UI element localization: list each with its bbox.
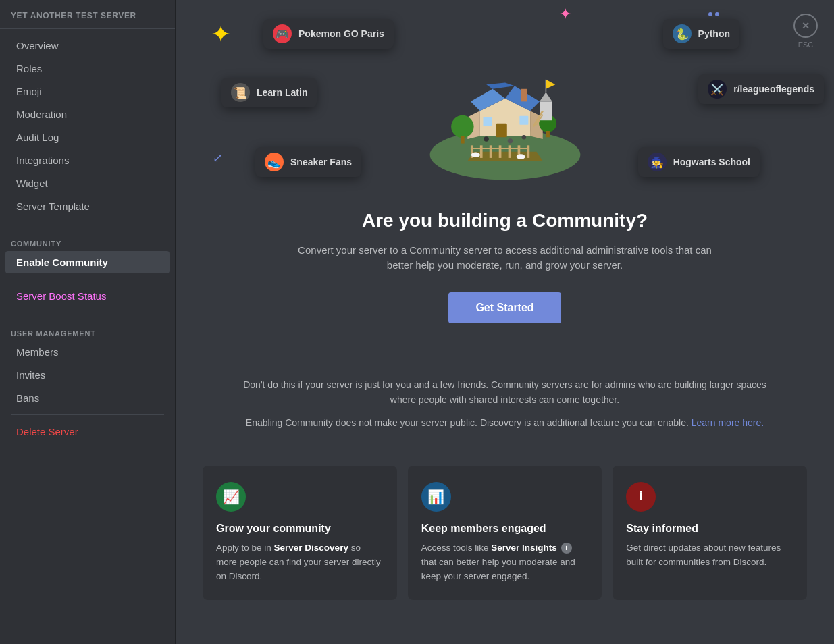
sidebar-item-invites[interactable]: Invites xyxy=(5,364,170,386)
feature-card-grow: 📈 Grow your community Apply to be in Ser… xyxy=(203,466,397,600)
server-bubble-python: 🐍 Python xyxy=(663,19,739,49)
sneaker-label: Sneaker Fans xyxy=(290,157,352,167)
info-section: Don't do this if your server is just for… xyxy=(176,350,834,452)
svg-rect-17 xyxy=(483,117,492,126)
sidebar-item-emoji[interactable]: Emoji xyxy=(5,80,170,103)
server-bubble-hogwarts: 🧙 Hogwarts School xyxy=(638,147,760,177)
feature-card-engage: 📊 Keep members engaged Access tools like… xyxy=(408,466,602,600)
svg-marker-33 xyxy=(546,80,555,89)
sidebar-divider-2 xyxy=(11,279,164,279)
community-section-label: COMMUNITY xyxy=(0,229,175,250)
user-management-label: USER MANAGEMENT xyxy=(0,319,175,340)
engage-icon-circle: 📊 xyxy=(421,482,451,512)
server-bubble-pokemon: 🎮 Pokemon GO Paris xyxy=(263,19,394,49)
sidebar-item-members[interactable]: Members xyxy=(5,341,170,363)
league-label: r/leagueoflegends xyxy=(733,84,814,95)
sidebar-item-delete-server[interactable]: Delete Server xyxy=(5,421,170,443)
sidebar-divider-1 xyxy=(11,223,164,223)
sidebar-item-integrations[interactable]: Integrations xyxy=(5,149,170,171)
python-icon: 🐍 xyxy=(673,24,692,43)
learn-more-link[interactable]: Learn more here. xyxy=(692,417,764,428)
sidebar-item-audit-log[interactable]: Audit Log xyxy=(5,126,170,149)
engage-icon: 📊 xyxy=(427,489,444,505)
server-bubble-sneaker: 👟 Sneaker Fans xyxy=(255,147,361,177)
sidebar-divider-3 xyxy=(11,313,164,313)
server-name: YET ANOTHER TEST SERVER xyxy=(0,11,175,29)
svg-rect-21 xyxy=(461,136,465,143)
inform-title: Stay informed xyxy=(626,522,793,535)
cta-section: Are you building a Community? Convert yo… xyxy=(176,209,834,350)
iso-illustration xyxy=(417,24,593,186)
main-content: ✕ ESC ✦ ✦ ✦ ⤢ xyxy=(176,0,834,644)
svg-point-34 xyxy=(471,153,479,157)
grow-icon-circle: 📈 xyxy=(216,482,246,512)
sidebar-item-enable-community[interactable]: Enable Community xyxy=(5,251,170,273)
hogwarts-icon: 🧙 xyxy=(648,153,667,171)
svg-point-20 xyxy=(451,115,473,138)
server-insights-info-icon: i xyxy=(561,543,572,554)
sidebar-item-roles[interactable]: Roles xyxy=(5,57,170,80)
svg-marker-15 xyxy=(486,83,515,89)
svg-rect-5 xyxy=(498,145,501,158)
svg-rect-8 xyxy=(527,145,529,158)
sidebar: YET ANOTHER TEST SERVER Overview Roles E… xyxy=(0,0,176,644)
grow-bold: Server Discovery xyxy=(274,543,348,553)
engage-title: Keep members engaged xyxy=(421,522,589,535)
info-text-1: Don't do this if your server is just for… xyxy=(230,377,780,408)
arrows-decoration: ⤢ xyxy=(213,151,223,165)
python-label: Python xyxy=(698,28,730,39)
page-subtitle: Convert your server to a Community serve… xyxy=(289,243,721,273)
sidebar-divider-4 xyxy=(11,414,164,415)
esc-button[interactable]: ✕ ESC xyxy=(793,14,818,49)
inform-desc: Get direct updates about new features bu… xyxy=(626,541,793,570)
inform-icon: i xyxy=(640,489,643,504)
info-text-2: Enabling Community does not make your se… xyxy=(230,415,780,430)
feature-card-inform: i Stay informed Get direct updates about… xyxy=(613,466,807,600)
star-decoration-1: ✦ xyxy=(211,20,231,49)
sidebar-item-bans[interactable]: Bans xyxy=(5,387,170,409)
svg-rect-18 xyxy=(519,116,528,125)
svg-rect-4 xyxy=(489,145,492,158)
star-decoration-2: ✦ xyxy=(559,5,571,23)
svg-rect-19 xyxy=(521,89,527,102)
inform-icon-circle: i xyxy=(626,482,656,512)
svg-point-29 xyxy=(484,136,488,141)
hogwarts-label: Hogwarts School xyxy=(673,157,750,167)
sneaker-icon: 👟 xyxy=(265,153,284,171)
sidebar-item-boost-status[interactable]: Server Boost Status xyxy=(5,285,170,307)
pokemon-label: Pokemon GO Paris xyxy=(298,28,384,39)
svg-rect-6 xyxy=(508,145,511,158)
page-title: Are you building a Community? xyxy=(216,209,793,232)
engage-desc: Access tools like Server Insights i that… xyxy=(421,541,589,584)
feature-cards: 📈 Grow your community Apply to be in Ser… xyxy=(176,452,834,627)
svg-rect-16 xyxy=(496,124,507,137)
svg-rect-23 xyxy=(546,131,550,137)
pokemon-icon: 🎮 xyxy=(273,24,292,43)
server-bubble-latin: 📜 Learn Latin xyxy=(221,78,317,107)
svg-point-35 xyxy=(516,154,525,159)
league-icon: ⚔️ xyxy=(708,80,727,99)
hero-section: ✦ ✦ ✦ ⤢ xyxy=(176,0,834,209)
sidebar-item-moderation[interactable]: Moderation xyxy=(5,103,170,126)
esc-label: ESC xyxy=(798,41,814,49)
svg-marker-25 xyxy=(540,92,552,101)
sidebar-item-server-template[interactable]: Server Template xyxy=(5,195,170,217)
grow-icon: 📈 xyxy=(223,489,240,505)
svg-point-30 xyxy=(507,138,512,143)
info-text-2-prefix: Enabling Community does not make your se… xyxy=(246,417,692,428)
svg-rect-3 xyxy=(479,145,482,158)
esc-icon: ✕ xyxy=(793,14,818,38)
sidebar-item-widget[interactable]: Widget xyxy=(5,172,170,194)
get-started-button[interactable]: Get Started xyxy=(448,292,561,323)
grow-desc: Apply to be in Server Discovery so more … xyxy=(216,541,384,584)
grow-title: Grow your community xyxy=(216,522,384,535)
svg-point-31 xyxy=(521,135,526,140)
latin-label: Learn Latin xyxy=(257,87,307,98)
server-bubble-league: ⚔️ r/leagueoflegends xyxy=(698,74,824,104)
sidebar-item-overview[interactable]: Overview xyxy=(5,34,170,57)
engage-bold: Server Insights xyxy=(491,543,557,553)
latin-icon: 📜 xyxy=(231,83,250,102)
